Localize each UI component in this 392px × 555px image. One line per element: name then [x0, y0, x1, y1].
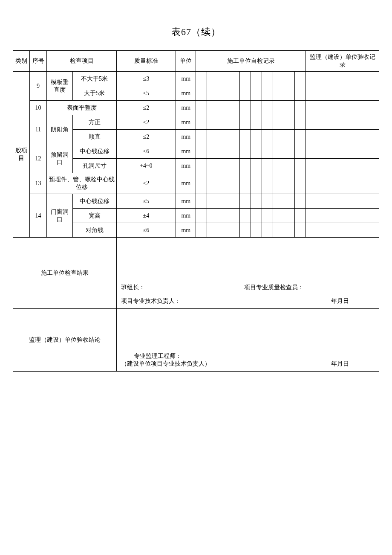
- check-cell[interactable]: [240, 159, 251, 173]
- result-content[interactable]: 班组长： 项目专业质量检查员： 项目专业技术负责人： 年月日: [116, 238, 379, 309]
- check-cell[interactable]: [218, 194, 229, 209]
- check-cell[interactable]: [229, 173, 240, 194]
- check-cell[interactable]: [218, 115, 229, 130]
- check-cell[interactable]: [196, 130, 207, 144]
- check-cell[interactable]: [262, 209, 273, 223]
- check-cell[interactable]: [262, 144, 273, 159]
- check-cell[interactable]: [196, 159, 207, 173]
- check-cell[interactable]: [284, 194, 295, 209]
- check-cell[interactable]: [240, 115, 251, 130]
- check-cell[interactable]: [207, 144, 218, 159]
- supervisor-cell[interactable]: [306, 223, 379, 238]
- check-cell[interactable]: [207, 101, 218, 115]
- check-cell[interactable]: [284, 223, 295, 238]
- check-cell[interactable]: [262, 115, 273, 130]
- check-cell[interactable]: [284, 209, 295, 223]
- check-cell[interactable]: [218, 130, 229, 144]
- check-cell[interactable]: [284, 115, 295, 130]
- check-cell[interactable]: [207, 130, 218, 144]
- check-cell[interactable]: [207, 194, 218, 209]
- supervisor-cell[interactable]: [306, 101, 379, 115]
- acceptance-content[interactable]: 专业监理工程师： （建设单位项目专业技术负责人） 年月日: [116, 309, 379, 372]
- check-cell[interactable]: [273, 86, 284, 101]
- check-cell[interactable]: [251, 194, 262, 209]
- check-cell[interactable]: [229, 144, 240, 159]
- check-cell[interactable]: [196, 194, 207, 209]
- check-cell[interactable]: [240, 130, 251, 144]
- check-cell[interactable]: [229, 194, 240, 209]
- check-cell[interactable]: [196, 209, 207, 223]
- check-cell[interactable]: [229, 101, 240, 115]
- check-cell[interactable]: [251, 159, 262, 173]
- check-cell[interactable]: [207, 223, 218, 238]
- check-cell[interactable]: [196, 223, 207, 238]
- check-cell[interactable]: [218, 72, 229, 86]
- check-cell[interactable]: [262, 159, 273, 173]
- supervisor-cell[interactable]: [306, 209, 379, 223]
- check-cell[interactable]: [240, 173, 251, 194]
- check-cell[interactable]: [251, 144, 262, 159]
- check-cell[interactable]: [218, 209, 229, 223]
- check-cell[interactable]: [196, 72, 207, 86]
- supervisor-cell[interactable]: [306, 144, 379, 159]
- check-cell[interactable]: [273, 72, 284, 86]
- supervisor-cell[interactable]: [306, 159, 379, 173]
- check-cell[interactable]: [284, 130, 295, 144]
- check-cell[interactable]: [295, 223, 306, 238]
- check-cell[interactable]: [229, 72, 240, 86]
- check-cell[interactable]: [295, 86, 306, 101]
- check-cell[interactable]: [284, 101, 295, 115]
- check-cell[interactable]: [196, 101, 207, 115]
- check-cell[interactable]: [218, 144, 229, 159]
- check-cell[interactable]: [218, 173, 229, 194]
- check-cell[interactable]: [295, 209, 306, 223]
- check-cell[interactable]: [207, 209, 218, 223]
- check-cell[interactable]: [229, 86, 240, 101]
- check-cell[interactable]: [262, 173, 273, 194]
- check-cell[interactable]: [240, 144, 251, 159]
- supervisor-cell[interactable]: [306, 115, 379, 130]
- supervisor-cell[interactable]: [306, 72, 379, 86]
- check-cell[interactable]: [262, 194, 273, 209]
- check-cell[interactable]: [295, 159, 306, 173]
- check-cell[interactable]: [240, 194, 251, 209]
- check-cell[interactable]: [218, 223, 229, 238]
- check-cell[interactable]: [229, 223, 240, 238]
- check-cell[interactable]: [251, 101, 262, 115]
- supervisor-cell[interactable]: [306, 130, 379, 144]
- check-cell[interactable]: [284, 86, 295, 101]
- check-cell[interactable]: [262, 72, 273, 86]
- check-cell[interactable]: [262, 101, 273, 115]
- supervisor-cell[interactable]: [306, 173, 379, 194]
- check-cell[interactable]: [251, 72, 262, 86]
- check-cell[interactable]: [207, 173, 218, 194]
- check-cell[interactable]: [251, 86, 262, 101]
- check-cell[interactable]: [229, 159, 240, 173]
- check-cell[interactable]: [218, 101, 229, 115]
- check-cell[interactable]: [196, 86, 207, 101]
- check-cell[interactable]: [196, 144, 207, 159]
- check-cell[interactable]: [295, 144, 306, 159]
- check-cell[interactable]: [240, 223, 251, 238]
- check-cell[interactable]: [262, 86, 273, 101]
- check-cell[interactable]: [207, 115, 218, 130]
- check-cell[interactable]: [251, 209, 262, 223]
- check-cell[interactable]: [273, 159, 284, 173]
- check-cell[interactable]: [240, 209, 251, 223]
- check-cell[interactable]: [273, 194, 284, 209]
- check-cell[interactable]: [273, 144, 284, 159]
- check-cell[interactable]: [251, 115, 262, 130]
- check-cell[interactable]: [229, 130, 240, 144]
- check-cell[interactable]: [229, 209, 240, 223]
- check-cell[interactable]: [295, 101, 306, 115]
- check-cell[interactable]: [251, 173, 262, 194]
- check-cell[interactable]: [218, 159, 229, 173]
- supervisor-cell[interactable]: [306, 194, 379, 209]
- check-cell[interactable]: [284, 173, 295, 194]
- check-cell[interactable]: [284, 72, 295, 86]
- check-cell[interactable]: [273, 209, 284, 223]
- check-cell[interactable]: [273, 130, 284, 144]
- check-cell[interactable]: [284, 159, 295, 173]
- check-cell[interactable]: [196, 115, 207, 130]
- check-cell[interactable]: [240, 72, 251, 86]
